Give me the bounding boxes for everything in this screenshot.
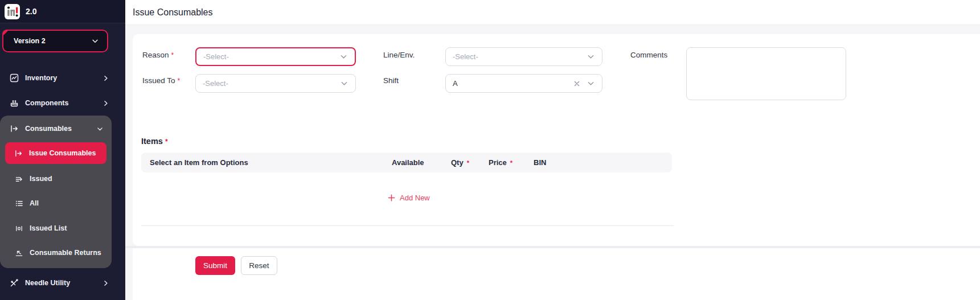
sidebar-header: 2.0 — [0, 0, 125, 23]
plus-icon — [387, 194, 396, 202]
chevron-down-icon — [91, 37, 99, 45]
shift-selected-value: A — [453, 79, 573, 88]
sidebar-item-inventory[interactable]: Inventory — [0, 65, 125, 91]
reason-select[interactable]: -Select- — [195, 47, 356, 66]
all-list-icon — [15, 199, 23, 208]
app-logo-icon — [5, 4, 20, 19]
column-header-price: Price* — [489, 153, 512, 172]
reason-label: Reason* — [142, 51, 174, 59]
app-version-number: 2.0 — [26, 0, 36, 23]
page-header: Issue Consumables — [125, 0, 980, 25]
consumables-icon — [10, 124, 19, 133]
add-new-button[interactable]: Add New — [387, 194, 430, 202]
column-header-qty: Qty* — [451, 153, 469, 172]
shift-label: Shift — [383, 76, 399, 85]
version-corner-decoration — [2, 30, 9, 36]
issued-icon — [15, 175, 23, 183]
sidebar-item-components[interactable]: Components — [0, 91, 125, 116]
page-title: Issue Consumables — [133, 7, 213, 18]
sidebar: 2.0 Version 2 Inventory Components — [0, 0, 125, 300]
sidebar-item-consumable-returns[interactable]: Consumable Returns — [0, 240, 112, 265]
chevron-down-icon — [340, 79, 348, 88]
sidebar-item-issued-list[interactable]: Issued List — [0, 216, 112, 241]
issue-consumables-icon — [14, 149, 23, 158]
comments-label: Comments — [630, 51, 667, 59]
app-window: Issue Consumables 2.0 Version 2 — [0, 0, 980, 300]
chevron-down-icon — [587, 79, 595, 88]
inventory-icon — [10, 73, 19, 83]
chevron-right-icon — [102, 280, 109, 287]
items-section-label: Items* — [141, 137, 168, 146]
issued-to-select[interactable]: -Select- — [195, 74, 356, 93]
section-divider — [141, 225, 674, 226]
components-icon — [10, 98, 19, 108]
column-header-item: Select an Item from Options — [150, 153, 248, 172]
column-header-bin: BIN — [534, 153, 546, 172]
clear-icon[interactable] — [573, 80, 581, 88]
reset-button[interactable]: Reset — [241, 256, 277, 275]
issued-list-icon — [15, 224, 23, 233]
shift-select[interactable]: A — [445, 74, 602, 93]
line-env-select[interactable]: -Select- — [445, 47, 602, 66]
submit-button[interactable]: Submit — [195, 256, 235, 275]
sidebar-group-consumables: Consumables Issue Consumables Issued — [0, 116, 112, 268]
chevron-down-icon — [339, 52, 348, 61]
issued-to-label: Issued To* — [142, 76, 180, 85]
consumable-returns-icon — [15, 249, 23, 257]
needle-utility-icon — [10, 278, 19, 287]
items-table-header: Select an Item from Options Available Qt… — [141, 153, 672, 172]
sidebar-item-all[interactable]: All — [0, 191, 112, 216]
chevron-down-icon — [587, 52, 595, 61]
line-env-label: Line/Env. — [383, 51, 415, 59]
comments-textarea[interactable] — [686, 47, 846, 100]
chevron-right-icon — [102, 75, 109, 82]
chevron-down-icon — [96, 125, 104, 133]
sidebar-item-consumables[interactable]: Consumables — [0, 116, 112, 141]
sidebar-item-needle-utility[interactable]: Needle Utility — [0, 270, 125, 295]
sidebar-item-issue-consumables[interactable]: Issue Consumables — [5, 142, 106, 164]
chevron-right-icon — [102, 100, 109, 107]
column-header-available: Available — [392, 153, 424, 172]
sidebar-item-issued[interactable]: Issued — [0, 166, 112, 191]
version-selector[interactable]: Version 2 — [2, 30, 108, 52]
version-label: Version 2 — [14, 37, 46, 45]
